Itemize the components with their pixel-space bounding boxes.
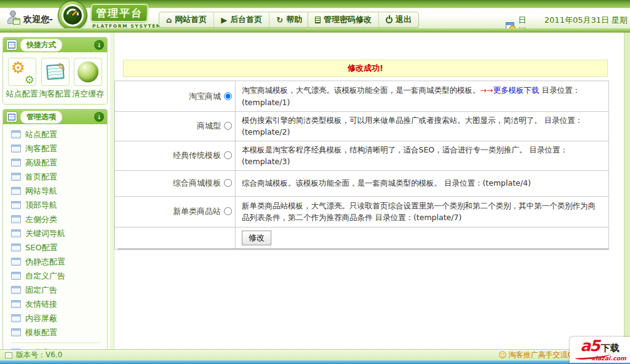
clipboard-icon: ✎ [46,64,65,80]
shortcut-clear-cache[interactable]: 清空缓存 [71,58,105,100]
sidebar-item-top-nav[interactable]: 顶部导航 [11,198,107,212]
template-table: 淘宝商城 淘宝商城模板，大气漂亮。该模板功能全面，是一套商城类型的模板。→→更多… [114,81,609,250]
a5-logo: a5 [580,338,599,354]
quick-panel-title: 快捷方式 [20,39,62,52]
sidebar-item-seo-config[interactable]: SEO配置 [11,240,107,255]
manage-options-panel: 管理选项 ↓ 站点配置 淘客配置 高级配置 首页配置 网站导航 顶部导航 左侧分… [2,109,108,349]
template-radio[interactable] [224,122,232,130]
footer-bar: 版本号：V6.0 ☺ 淘客推广高手交流Q [0,349,630,360]
sidebar-item-left-category[interactable]: 左侧分类 [11,212,107,226]
template-label: 淘宝商城 [189,92,221,101]
window-icon [11,258,21,266]
platform-logo [58,1,87,30]
gears-icon: ⚙ ⚙ [8,58,36,86]
version-text: 版本号：V6.0 [16,350,62,360]
modify-button[interactable]: 修改 [242,231,271,245]
welcome-text: 欢迎您- [23,14,53,25]
sidebar-item-custom-ad[interactable]: 自定义广告 [11,269,107,283]
nav-group-main: ⌂ 网站首页 ▶ 后台首页 ↻ 帮助 [159,12,309,28]
menu-label: 自定义广告 [25,271,65,282]
sidebar-item-fixed-ad[interactable]: 固定广告 [11,283,107,297]
window-icon [11,215,21,223]
template-radio[interactable] [224,92,232,100]
nav-label: 网站首页 [175,14,207,25]
shortcut-site-config[interactable]: ⚙ ⚙ 站点配置 [6,58,39,100]
window-icon [11,300,21,308]
menu-label: 伪静态配置 [25,256,65,267]
nav-label: 后台首页 [230,14,262,25]
window-icon [11,201,21,209]
template-desc: 本模板是淘宝客程序经典模板，结构清晰明了，适合SEO，适合进行专一类别推广。 目… [242,145,568,166]
gear-green-icon: ⚙ [25,74,34,85]
nav-site-home-button[interactable]: ⌂ 网站首页 [159,12,213,27]
menu-label: 内容屏蔽 [25,313,57,324]
sidebar-item-template-config[interactable]: 模板配置 [11,325,107,339]
template-radio[interactable] [224,179,232,187]
menu-label: 模板配置 [25,327,57,338]
sidebar-item-advanced-config[interactable]: 高级配置 [11,156,107,170]
sidebar-item-site-config[interactable]: 站点配置 [11,127,107,141]
smiley-icon: ☺ [498,351,507,359]
window-icon [11,272,21,280]
menu-divider [11,342,101,343]
window-icon [11,229,21,237]
collapse-arrow-button[interactable]: ↓ [94,112,104,122]
more-templates-link[interactable]: 更多模板下载 [493,85,539,95]
nav-change-password-button[interactable]: 管理密码修改 [308,12,378,27]
right-edge-strip [624,33,630,349]
menu-label: 关键词导航 [25,228,65,239]
template-row: 商城型 模仿搜索引擎的简洁类型模板，可以用来做单品推广或者搜索站。大图显示，简洁… [115,112,609,141]
menu-label: 顶部导航 [25,200,57,211]
template-row: 淘宝商城 淘宝商城模板，大气漂亮。该模板功能全面，是一套商城类型的模板。→→更多… [115,81,609,112]
sidebar-item-site-nav[interactable]: 网站导航 [11,184,107,198]
sidebar-menu: 站点配置 淘客配置 高级配置 首页配置 网站导航 顶部导航 左侧分类 关键词导航… [3,124,107,349]
qq-label: 淘客推广高手交流Q [509,350,573,360]
sidebar-item-content-block[interactable]: 内容屏蔽 [11,311,107,325]
template-label: 综合商城模板 [173,178,221,188]
menu-label: SEO配置 [25,242,58,253]
sidebar-item-rewrite-config[interactable]: 伪静态配置 [11,255,107,269]
template-radio[interactable] [224,207,232,215]
sphere-icon-box [74,58,102,86]
template-radio[interactable] [224,151,232,159]
quick-panel-header: 快捷方式 ↓ [3,38,107,52]
gear-orange-icon: ⚙ [11,60,25,76]
menu-label: 固定广告 [25,285,57,296]
refresh-icon: ↻ [276,16,283,24]
shortcut-label: 站点配置 [6,89,39,100]
template-label: 商城型 [197,121,221,130]
shortcut-label: 清空缓存 [71,89,105,100]
window-icon [11,187,21,195]
collapse-arrow-button[interactable]: ↓ [94,40,104,50]
version-icon [5,352,12,358]
nav-admin-home-button[interactable]: ▶ 后台首页 [213,12,269,27]
version-display: 版本号：V6.0 [0,350,62,360]
play-icon: ▶ [221,16,227,24]
shortcut-label: 淘客配置 [39,89,72,100]
menu-label: 站点配置 [25,129,57,140]
sidebar-item-taoke-config[interactable]: 淘客配置 [11,141,107,156]
nav-label: 管理密码修改 [324,14,372,25]
sidebar-item-home-config[interactable]: 首页配置 [11,170,107,184]
window-icon [11,314,21,322]
submit-row: 修改 [115,227,609,249]
sidebar-item-friend-links[interactable]: 友情链接 [11,297,107,311]
menu-label: 淘客配置 [25,143,57,154]
shortcut-taoke-config[interactable]: ✎ 淘客配置 [39,58,72,100]
nav-logout-button[interactable]: 退出 [378,12,418,27]
window-icon [11,173,21,181]
grid-icon [6,111,17,122]
window-icon [11,159,21,167]
sidebar: 快捷方式 ↓ ⚙ ⚙ 站点配置 ✎ 淘客配置 清空缓存 [0,33,110,349]
template-label: 经典传统模板 [173,151,221,160]
avatar-head [10,10,16,17]
menu-label: 网站导航 [25,186,57,197]
avatar-card [13,18,20,25]
window-icon [11,286,21,294]
power-icon [386,17,393,23]
success-message: 修改成功! [123,60,608,77]
nav-help-button[interactable]: ↻ 帮助 [269,12,309,27]
template-row: 新单类商品站 新单类商品站模板，大气漂亮。只读取首页综合设置里第一个类别和第二个… [115,196,609,227]
clipboard-pencil-icon: ✎ [41,58,70,86]
sidebar-item-keyword-nav[interactable]: 关键词导航 [11,226,107,240]
